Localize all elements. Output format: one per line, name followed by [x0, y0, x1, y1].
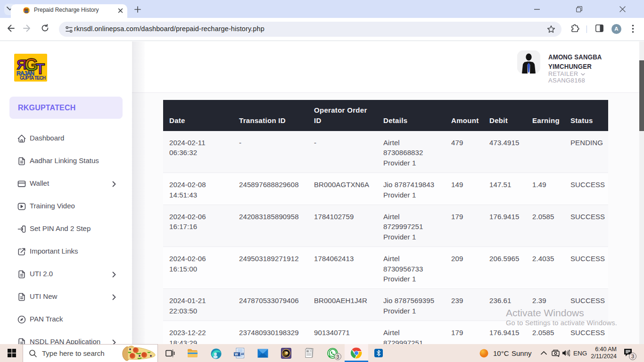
svg-text:W: W: [235, 352, 239, 356]
svg-text:T: T: [36, 61, 45, 77]
svg-text:GUPTA TECH: GUPTA TECH: [20, 75, 46, 81]
